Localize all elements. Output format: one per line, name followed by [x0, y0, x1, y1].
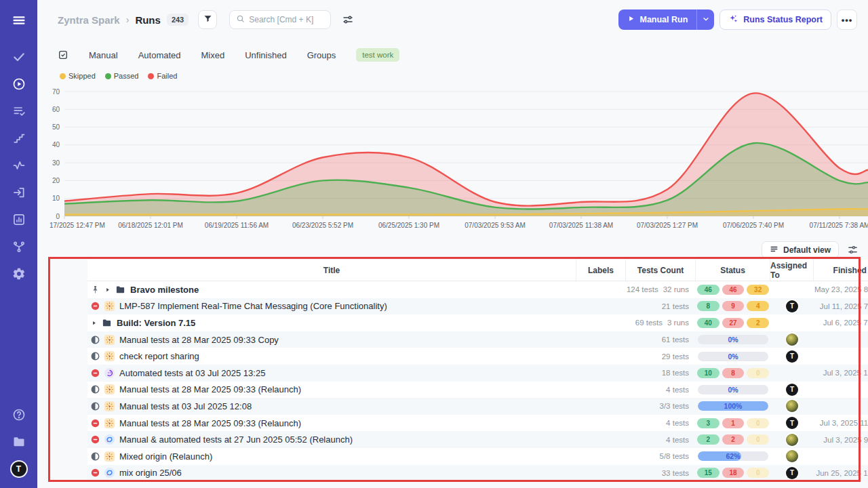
run-title[interactable]: mix origin 25/06	[119, 468, 182, 478]
assignee-avatar	[786, 450, 798, 462]
assigned-to-cell: T	[770, 384, 814, 396]
table-row[interactable]: mix origin 25/0633 tests15180TJun 25, 20…	[87, 465, 868, 482]
run-title[interactable]: Automated tests at 03 Jul 2025 13:25	[119, 368, 265, 378]
legend-item-failed: Failed	[148, 72, 177, 80]
column-header-assigned-to[interactable]: Assigned To	[770, 260, 814, 281]
menu-icon	[12, 13, 26, 28]
run-state-in-progress-icon	[91, 402, 100, 411]
default-view-button[interactable]: Default view	[762, 241, 839, 258]
sidebar-item-sign-in[interactable]	[5, 179, 33, 206]
svg-text:07/06/2025 7:40 PM: 07/06/2025 7:40 PM	[723, 222, 784, 229]
tab-automated[interactable]: Automated	[138, 50, 181, 60]
manual-run-button[interactable]: Manual Run	[618, 9, 696, 30]
breadcrumb-project[interactable]: Zyntra Spark	[58, 14, 120, 26]
run-title[interactable]: Build: Version 7.15	[117, 318, 195, 328]
status-badge-failed: 18	[722, 468, 745, 478]
run-title[interactable]: Manual & automated tests at 27 Jun 2025 …	[119, 434, 353, 445]
sidebar-item-menu[interactable]	[5, 7, 33, 34]
svg-text:60: 60	[52, 106, 60, 113]
table-row[interactable]: Bravo milestone124 tests32 runs464632May…	[87, 281, 868, 298]
column-header-finished-at[interactable]: Finished At	[814, 260, 868, 281]
run-title[interactable]: Manual tests at 28 Mar 2025 09:33 (Relau…	[119, 418, 301, 428]
run-title[interactable]: Manual tests at 28 Mar 2025 09:33 Copy	[119, 335, 279, 345]
run-state-in-progress-icon	[91, 352, 100, 361]
main-content: Zyntra Spark › Runs 243 Manual Run	[37, 0, 868, 488]
status-badge-failed: 1	[722, 418, 745, 428]
table-row[interactable]: Mixed origin (Relaunch)5/8 tests62%	[87, 448, 868, 465]
manual-run-label: Manual Run	[639, 15, 688, 24]
assignee-avatar: T	[786, 417, 798, 429]
svg-text:06/25/2025 1:30 PM: 06/25/2025 1:30 PM	[378, 222, 439, 229]
sidebar-item-gear[interactable]	[5, 260, 33, 287]
table-row[interactable]: Manual tests at 28 Mar 2025 09:33 Copy61…	[87, 331, 868, 348]
title-cell: Automated tests at 03 Jul 2025 13:25	[87, 368, 576, 378]
column-header-status[interactable]: Status	[696, 260, 770, 281]
column-header-tests-count[interactable]: Tests Count	[626, 260, 696, 281]
column-header-labels[interactable]: Labels	[576, 260, 626, 281]
tab-manual[interactable]: Manual	[89, 50, 118, 60]
status-badge-passed: 40	[697, 318, 719, 328]
select-runs-icon[interactable]	[58, 49, 68, 60]
table-row[interactable]: Automated tests at 03 Jul 2025 13:2518 t…	[87, 365, 868, 382]
filter-button[interactable]	[198, 10, 217, 29]
sidebar-item-bar-chart[interactable]	[5, 206, 33, 233]
run-title[interactable]: Manual tests at 28 Mar 2025 09:33 (Relau…	[119, 384, 301, 394]
gear-icon	[12, 267, 26, 281]
sidebar-item-branch[interactable]	[5, 233, 33, 260]
tab-unfinished[interactable]: Unfinished	[245, 50, 286, 60]
svg-text:07/03/2025 9:53 AM: 07/03/2025 9:53 AM	[465, 222, 526, 229]
sidebar-item-folder[interactable]	[5, 428, 33, 455]
tab-mixed[interactable]: Mixed	[201, 50, 225, 60]
assignee-avatar: T	[786, 350, 798, 363]
run-title[interactable]: Mixed origin (Relaunch)	[119, 451, 212, 462]
svg-text:07/03/2025 1:27 PM: 07/03/2025 1:27 PM	[637, 222, 698, 229]
view-bar: Default view	[762, 241, 859, 258]
table-row[interactable]: Manual tests at 28 Mar 2025 09:33 (Relau…	[87, 382, 868, 399]
sidebar-item-activity[interactable]	[5, 152, 33, 179]
status-badge-skipped: 4	[747, 301, 769, 311]
runs-count-badge: 243	[167, 14, 189, 26]
table-settings-icon[interactable]	[847, 244, 859, 256]
table-row[interactable]: Manual tests at 03 Jul 2025 12:083/3 tes…	[87, 398, 868, 415]
table-row[interactable]: LMP-587 Implement Real-Time Chat Messagi…	[87, 298, 868, 315]
sidebar-item-play-circle[interactable]	[5, 70, 33, 98]
progress-label: 100%	[698, 401, 768, 411]
expand-chevron-icon[interactable]	[91, 320, 97, 326]
table-row[interactable]: check report sharing29 tests0%T	[87, 348, 868, 365]
tab-groups[interactable]: Groups	[307, 50, 336, 60]
search-input[interactable]	[249, 15, 324, 24]
sidebar-item-steps[interactable]	[5, 125, 33, 152]
assigned-to-cell	[770, 333, 814, 346]
pin-icon	[91, 285, 100, 294]
title-cell: LMP-587 Implement Real-Time Chat Messagi…	[87, 301, 576, 311]
search-settings-icon[interactable]	[342, 14, 354, 26]
expand-chevron-icon[interactable]	[104, 287, 111, 293]
table-row[interactable]: Manual tests at 28 Mar 2025 09:33 (Relau…	[87, 415, 868, 432]
status-badge-failed: 46	[722, 285, 745, 295]
column-header-title[interactable]: Title	[87, 260, 576, 281]
table-row[interactable]: Build: Version 7.1569 tests3 runs40272Ju…	[87, 314, 868, 331]
status-badge-skipped: 32	[747, 285, 769, 295]
sidebar-item-avatar[interactable]: T	[5, 455, 33, 483]
progress-label: 0%	[698, 335, 768, 344]
svg-text:07/11/2025 7:38 AM: 07/11/2025 7:38 AM	[810, 222, 868, 229]
assigned-to-cell: T	[770, 350, 814, 363]
run-title[interactable]: LMP-587 Implement Real-Time Chat Messagi…	[119, 301, 387, 311]
manual-run-dropdown[interactable]	[696, 9, 714, 30]
runs-status-report-button[interactable]: Runs Status Report	[719, 9, 831, 30]
saved-filter-tag[interactable]: test work	[356, 48, 399, 62]
app-root: T Zyntra Spark › Runs 243 Manual Run	[0, 0, 868, 488]
svg-text:10: 10	[52, 195, 60, 202]
status-cell: 62%	[696, 451, 770, 461]
run-title[interactable]: Manual tests at 03 Jul 2025 12:08	[119, 401, 252, 411]
run-title[interactable]: check report sharing	[119, 351, 199, 361]
sidebar-item-list-check[interactable]	[5, 98, 33, 125]
sidebar-item-help[interactable]	[5, 401, 33, 428]
run-title[interactable]: Bravo milestone	[130, 285, 199, 295]
assigned-to-cell: T	[770, 417, 814, 429]
search-box[interactable]	[229, 10, 331, 29]
more-options-button[interactable]: •••	[837, 9, 857, 30]
table-row[interactable]: Manual & automated tests at 27 Jun 2025 …	[87, 431, 868, 448]
title-cell: check report sharing	[87, 351, 576, 361]
sidebar-item-check[interactable]	[5, 43, 33, 70]
